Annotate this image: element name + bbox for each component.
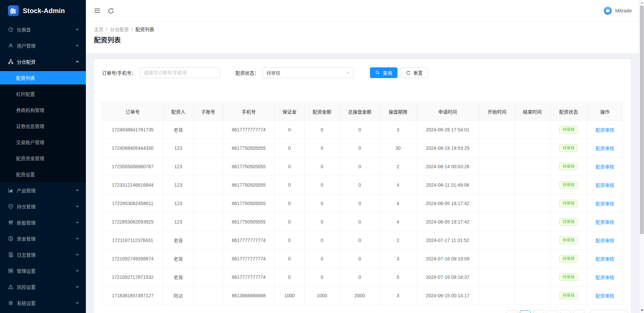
cell-配资人: 阿达 [163,287,194,305]
submenu-item-交易账户管理[interactable]: 交易账户管理 [0,135,86,149]
submenu-item-配资设置[interactable]: 配资设置 [0,168,86,181]
cell-操作: 配资审核 [587,158,623,176]
cell-结束时间 [515,250,550,268]
submenu-item-配资资金管理[interactable]: 配资资金管理 [0,151,86,165]
review-action-link[interactable]: 配资审核 [596,146,614,151]
menu-fold-icon[interactable] [94,7,101,14]
status-badge: 待审核 [559,218,578,226]
cell-保证金: 0 [275,194,305,213]
status-select-value: 待审核 [266,69,280,76]
scrollbar-up-arrow-icon[interactable] [639,0,644,6]
chevron-down-icon [75,285,79,289]
cell-操作: 配资审核 [587,268,623,287]
cell-开始时间 [479,268,515,287]
reload-icon[interactable] [107,7,114,14]
review-action-link[interactable]: 配资审核 [596,127,614,133]
sidebar-item-仪表盘[interactable]: 仪表盘 [0,23,86,36]
review-action-link[interactable]: 配资审核 [596,220,614,225]
cell-配资人: 123 [163,139,194,158]
cell-配资人: 123 [163,194,194,213]
cell-配资金额: 0 [305,194,340,213]
pagination-page-4[interactable]: 4 [560,310,571,313]
status-badge: 待审核 [559,200,578,207]
status-badge: 待审核 [559,255,578,262]
review-action-link[interactable]: 配资审核 [596,164,614,170]
sidebar-item-风控设置[interactable]: 风控设置 [0,280,86,294]
review-action-link[interactable]: 配资审核 [596,238,614,243]
cell-保证金: 1000 [275,287,305,305]
cell-操盘期限: 4 [380,194,416,213]
cell-手机号: 8617777777774 [223,268,275,287]
pagination-page-2[interactable]: 2 [533,310,544,313]
username: Mitrade [615,8,632,13]
review-action-link[interactable]: 配资审核 [596,293,614,299]
table-row: 1718381657497127阿达8613888888888100010002… [102,287,623,305]
cell-开始时间 [479,176,515,194]
cell-子账号 [194,268,223,287]
column-header-操盘期限: 操盘期限 [380,103,416,121]
order-search-input[interactable] [140,67,220,78]
scrollbar-down-arrow-icon[interactable] [639,307,644,313]
page-size-select[interactable]: 10 条/页 [590,310,628,313]
submenu-item-配资列表[interactable]: 配资列表 [0,71,86,84]
column-header-订单号: 订单号 [102,103,163,121]
cell-配资金额: 0 [305,158,340,176]
review-action-link[interactable]: 配资审核 [596,201,614,206]
pagination-page-3[interactable]: 3 [547,310,557,313]
reset-button[interactable]: 重置 [400,67,428,78]
breadcrumb-item[interactable]: 主页 [94,26,103,33]
search-icon [375,70,380,75]
sidebar-item-管理设置[interactable]: 管理设置 [0,264,86,277]
cell-申请时间: 2024-08-05 18:17:42 [416,194,479,213]
sidebar-item-label: 风控设置 [17,284,36,290]
cell-结束时间 [515,176,550,194]
area-chart-icon [8,188,13,193]
user-menu[interactable]: Mitrade [604,7,632,15]
sidebar-item-日志管理[interactable]: 日志管理 [0,248,86,261]
cell-结束时间 [515,268,550,287]
sidebar-item-分仓配资[interactable]: 分仓配资 [0,55,86,68]
cell-配资状态: 待审核 [550,231,587,250]
status-select[interactable]: 待审核 [262,67,354,78]
sidebar-item-产品管理[interactable]: 产品管理 [0,184,86,197]
pagination-page-1[interactable]: 1 [520,310,531,313]
breadcrumb-item[interactable]: 分仓配资 [110,26,129,33]
pagination-prev-button[interactable] [506,310,517,313]
submenu-item-券商机构管理[interactable]: 券商机构管理 [0,103,86,117]
cell-结束时间 [515,231,550,250]
cell-开始时间 [479,213,515,231]
submenu-item-杠杆配置[interactable]: 杠杆配置 [0,87,86,101]
sidebar-item-用户管理[interactable]: 用户管理 [0,39,86,52]
review-action-link[interactable]: 配资审核 [596,183,614,188]
cell-配资状态: 待审核 [550,121,587,139]
sidebar-item-持仓管理[interactable]: 持仓管理 [0,200,86,213]
sidebar-menu: 仪表盘用户管理分仓配资配资列表杠杆配置券商机构管理证券信息管理交易账户管理配资资… [0,21,86,311]
table-row: 1724068405444330123861775050505500030202… [102,139,623,158]
cell-手机号: 8617777777774 [223,121,275,139]
review-action-link[interactable]: 配资审核 [596,256,614,262]
control-icon [8,268,13,273]
cell-结束时间 [515,194,550,213]
pagination-next-button[interactable] [574,310,584,313]
search-button[interactable]: 查询 [370,67,397,78]
sidebar-item-系统设置[interactable]: 系统设置 [0,296,86,310]
review-action-link[interactable]: 配资审核 [596,275,614,280]
cell-操盘期限: 5 [380,268,416,287]
sidebar-item-新股管理[interactable]: 新股管理 [0,216,86,229]
cell-开始时间 [479,231,515,250]
chevron-up-icon [75,60,79,64]
cell-手机号: 8617750505055 [223,158,275,176]
submenu-item-证券信息管理[interactable]: 证券信息管理 [0,119,86,133]
page-scrollbar[interactable] [639,0,644,313]
dollar-icon [8,236,13,241]
cell-订单号: 1723312146816844 [102,176,163,194]
cell-操盘期限: 4 [380,176,416,194]
card: 订单号/手机号： 配资状态： 待审核 查询 [94,59,631,313]
logo-row[interactable]: Stock-Admin [0,0,86,21]
cell-手机号: 8617750505055 [223,213,275,231]
scrollbar-thumb[interactable] [640,6,644,234]
redo-icon [406,70,411,75]
app-title: Stock-Admin [23,7,65,15]
sidebar-item-资金管理[interactable]: 资金管理 [0,232,86,245]
cell-总操盘金额: 0 [340,213,380,231]
